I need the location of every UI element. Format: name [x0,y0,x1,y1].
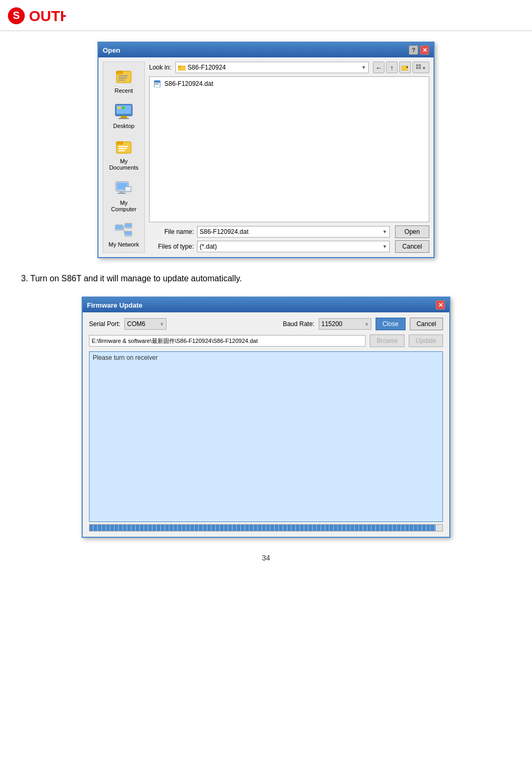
help-button[interactable]: ? [409,45,418,55]
svg-line-31 [123,226,125,228]
svg-rect-39 [416,67,418,69]
look-in-combo-text: S86-F120924 [178,64,226,71]
filename-input[interactable]: S86-F120924.dat ▼ [197,226,390,238]
filetype-dropdown-arrow: ▼ [382,244,387,249]
sidebar-item-recent[interactable]: Recent [106,65,142,96]
logo-svg: S OUTH [8,5,66,26]
baud-rate-label: Baud Rate: [283,320,314,328]
up-button[interactable]: ↑ [386,62,398,73]
svg-text:▼: ▼ [422,66,426,71]
filename-dropdown-arrow: ▼ [382,229,387,234]
look-in-combo[interactable]: S86-F120924 ▼ [175,62,369,73]
folder-small-icon [178,64,185,71]
look-in-dropdown-arrow: ▼ [361,65,366,70]
sidebar-item-computer[interactable]: My Computer [106,177,142,214]
file-list[interactable]: DAT S86-F120924.dat [149,76,429,222]
documents-icon [114,137,133,156]
fw-close-x-button[interactable]: ✕ [436,300,445,310]
svg-rect-10 [121,116,127,118]
svg-text:+: + [406,65,408,69]
fw-cancel-button[interactable]: Cancel [410,318,443,330]
fw-progress-bar [90,525,436,531]
file-item-0[interactable]: DAT S86-F120924.dat [152,79,427,88]
fw-row2: E:\firmware & software\最新固件\S86-F120924\… [89,334,443,347]
baud-rate-combo[interactable]: 115200 ∨ [319,318,371,330]
fw-close-button[interactable]: Close [376,318,406,330]
open-dialog-body: Recent Desktop [98,57,434,257]
svg-rect-24 [125,187,131,191]
step-text: 3. Turn on S86T and it will manage to up… [21,274,511,283]
filetype-input[interactable]: (*.dat) ▼ [197,241,390,252]
svg-line-32 [123,228,125,233]
svg-rect-6 [119,77,127,78]
new-folder-icon: + [401,64,409,71]
svg-text:OUTH: OUTH [29,8,66,24]
sidebar-desktop-label: Desktop [113,123,134,129]
serial-port-label: Serial Port: [89,320,120,328]
svg-text:DAT: DAT [155,83,159,85]
toolbar-icons: ← ↑ + [373,62,429,73]
svg-rect-12 [117,106,121,109]
fw-dialog: Firmware Update ✕ Serial Port: COM6 ∨ Ba… [82,297,450,538]
page-number: 34 [21,554,511,573]
serial-port-value: COM6 [127,320,145,328]
svg-rect-15 [116,142,123,144]
fw-row1: Serial Port: COM6 ∨ Baud Rate: 115200 ∨ … [89,318,443,330]
serial-port-combo[interactable]: COM6 ∨ [124,318,166,330]
filename-row: File name: S86-F120924.dat ▼ Open [149,225,429,238]
filetype-row: Files of type: (*.dat) ▼ Cancel [149,240,429,253]
cancel-button[interactable]: Cancel [395,240,429,253]
open-dialog-container: Open ? ✕ [21,42,511,258]
svg-rect-5 [119,75,128,76]
sidebar-item-desktop[interactable]: Desktop [106,100,142,131]
svg-rect-40 [419,67,421,69]
dat-file-icon: DAT [154,80,162,87]
main-content: Open ? ✕ [0,31,532,583]
svg-rect-22 [117,193,126,194]
fw-update-button[interactable]: Update [409,334,443,347]
bottom-rows: File name: S86-F120924.dat ▼ Open Files … [149,225,429,253]
fw-titlebar-buttons: ✕ [436,300,445,310]
fw-browse-button[interactable]: Browse [370,334,405,347]
open-dialog-sidebar: Recent Desktop [103,62,145,253]
sidebar-network-label: My Network [109,241,139,248]
fw-dialog-title: Firmware Update [87,301,142,309]
baud-rate-value: 115200 [321,320,342,328]
svg-rect-37 [416,64,418,66]
sidebar-item-documents[interactable]: My Documents [106,135,142,173]
sidebar-item-network[interactable]: My Network [106,219,142,250]
titlebar-buttons: ? ✕ [409,45,429,55]
network-icon [114,221,133,240]
svg-rect-21 [120,191,124,193]
open-dialog-title: Open [103,46,120,54]
filename-label: File name: [149,228,194,235]
back-button[interactable]: ← [373,62,385,73]
header: S OUTH [0,0,532,31]
svg-rect-7 [119,80,125,81]
file-area: Look in: S86-F120924 ▼ [149,62,429,253]
open-button[interactable]: Open [395,225,429,238]
fw-file-path: E:\firmware & software\最新固件\S86-F120924\… [92,337,258,345]
svg-text:S: S [13,9,19,21]
filetype-value: (*.dat) [200,243,217,250]
file-item-name-0: S86-F120924.dat [164,80,213,87]
computer-icon [114,179,133,198]
open-dialog-titlebar: Open ? ✕ [98,43,434,57]
svg-rect-17 [119,148,127,149]
new-folder-button[interactable]: + [399,62,411,73]
fw-path-input[interactable]: E:\firmware & software\最新固件\S86-F120924\… [89,335,366,347]
svg-rect-18 [119,150,125,151]
look-in-label: Look in: [149,64,171,71]
baud-rate-arrow: ∨ [365,321,369,327]
serial-port-arrow: ∨ [160,321,164,327]
svg-rect-26 [116,225,122,229]
close-button[interactable]: ✕ [420,45,429,55]
filename-value: S86-F120924.dat [200,228,249,235]
filetype-label: Files of type: [149,243,194,250]
toolbar-row: Look in: S86-F120924 ▼ [149,62,429,73]
views-button[interactable]: ▼ [412,62,429,73]
sidebar-documents-label: My Documents [107,158,141,171]
fw-dialog-titlebar: Firmware Update ✕ [83,298,449,312]
sidebar-computer-label: My Computer [107,200,141,212]
fw-dialog-container: Firmware Update ✕ Serial Port: COM6 ∨ Ba… [21,297,511,538]
